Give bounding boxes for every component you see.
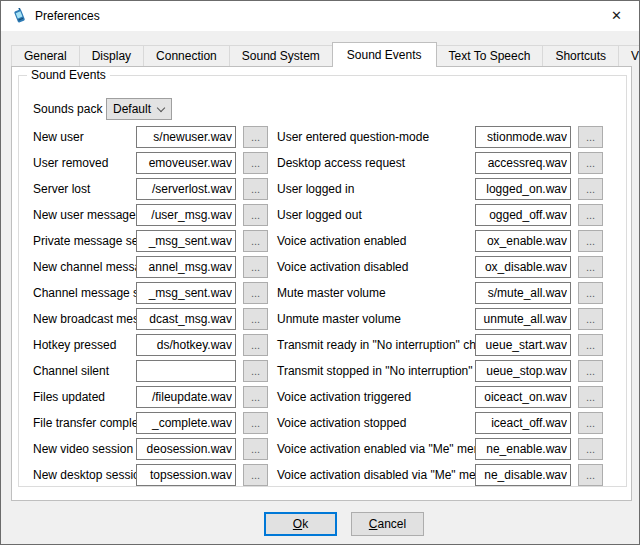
browse-button[interactable]: ... xyxy=(578,386,603,408)
browse-button[interactable]: ... xyxy=(243,204,268,226)
browse-button[interactable]: ... xyxy=(578,438,603,460)
cancel-button[interactable]: Cancel xyxy=(351,512,424,536)
sound-file-input[interactable] xyxy=(136,230,236,252)
tab-text-to-speech[interactable]: Text To Speech xyxy=(436,45,544,66)
sound-event-rows: New user...User entered question-mode...… xyxy=(33,124,603,488)
tab-shortcuts[interactable]: Shortcuts xyxy=(542,45,619,66)
sound-events-groupbox: Sound Events Sounds pack Default New use… xyxy=(18,75,627,487)
browse-button[interactable]: ... xyxy=(578,282,603,304)
sound-file-input[interactable] xyxy=(136,256,236,278)
sounds-pack-row: Sounds pack Default xyxy=(33,98,603,120)
sound-file-input[interactable] xyxy=(136,308,236,330)
browse-button[interactable]: ... xyxy=(243,412,268,434)
event-label: Voice activation stopped xyxy=(268,416,475,430)
browse-button[interactable]: ... xyxy=(243,282,268,304)
browse-button[interactable]: ... xyxy=(243,256,268,278)
event-label: Hotkey pressed xyxy=(33,338,136,352)
event-label: User logged in xyxy=(268,182,475,196)
sound-file-input[interactable] xyxy=(475,152,571,174)
event-label: File transfer complete xyxy=(33,416,136,430)
browse-button[interactable]: ... xyxy=(578,204,603,226)
event-label: New video session xyxy=(33,442,136,456)
event-label: New desktop session xyxy=(33,468,136,482)
sound-file-input[interactable] xyxy=(475,464,571,486)
event-label: New user message xyxy=(33,208,136,222)
sound-file-input[interactable] xyxy=(475,178,571,200)
sound-file-input[interactable] xyxy=(475,412,571,434)
sound-event-row: User removed...Desktop access request... xyxy=(33,150,603,176)
tab-sound-events[interactable]: Sound Events xyxy=(332,42,437,67)
sound-file-input[interactable] xyxy=(136,464,236,486)
event-label: Voice activation disabled xyxy=(268,260,475,274)
sound-event-row: New user...User entered question-mode... xyxy=(33,124,603,150)
browse-button[interactable]: ... xyxy=(578,360,603,382)
sound-file-input[interactable] xyxy=(475,230,571,252)
sound-event-row: New broadcast message...Unmute master vo… xyxy=(33,306,603,332)
browse-button[interactable]: ... xyxy=(243,360,268,382)
sound-file-input[interactable] xyxy=(475,282,571,304)
browse-button[interactable]: ... xyxy=(243,308,268,330)
sound-event-row: Files updated...Voice activation trigger… xyxy=(33,384,603,410)
sound-file-input[interactable] xyxy=(136,386,236,408)
event-label: Server lost xyxy=(33,182,136,196)
sound-file-input[interactable] xyxy=(475,360,571,382)
browse-button[interactable]: ... xyxy=(578,230,603,252)
browse-button[interactable]: ... xyxy=(578,178,603,200)
event-label: Unmute master volume xyxy=(268,312,475,326)
sounds-pack-select[interactable]: Default xyxy=(106,98,172,120)
event-label: Transmit ready in "No interruption" chan… xyxy=(268,338,475,352)
browse-button[interactable]: ... xyxy=(243,152,268,174)
sound-file-input[interactable] xyxy=(136,178,236,200)
ok-button[interactable]: Ok xyxy=(264,512,337,536)
browse-button[interactable]: ... xyxy=(243,334,268,356)
sound-file-input[interactable] xyxy=(136,438,236,460)
event-label: Transmit stopped in "No interruption" ch… xyxy=(268,364,475,378)
sound-file-input[interactable] xyxy=(136,204,236,226)
sound-event-row: New desktop session...Voice activation d… xyxy=(33,462,603,488)
sounds-pack-value: Default xyxy=(113,102,151,116)
sound-file-input[interactable] xyxy=(475,308,571,330)
tab-sound-system[interactable]: Sound System xyxy=(229,45,333,66)
sound-file-input[interactable] xyxy=(475,204,571,226)
sound-file-input[interactable] xyxy=(475,256,571,278)
sound-file-input[interactable] xyxy=(475,126,571,148)
sound-file-input[interactable] xyxy=(136,152,236,174)
event-label: New broadcast message xyxy=(33,312,136,326)
browse-button[interactable]: ... xyxy=(243,178,268,200)
sound-file-input[interactable] xyxy=(136,360,236,382)
browse-button[interactable]: ... xyxy=(243,438,268,460)
sound-file-input[interactable] xyxy=(136,126,236,148)
event-label: User logged out xyxy=(268,208,475,222)
browse-button[interactable]: ... xyxy=(243,464,268,486)
tab-display[interactable]: Display xyxy=(79,45,144,66)
sound-event-row: Channel message sent...Mute master volum… xyxy=(33,280,603,306)
sound-file-input[interactable] xyxy=(136,412,236,434)
sound-file-input[interactable] xyxy=(136,334,236,356)
sound-file-input[interactable] xyxy=(475,438,571,460)
browse-button[interactable]: ... xyxy=(578,334,603,356)
tab-general[interactable]: General xyxy=(11,45,80,66)
event-label: Voice activation enabled xyxy=(268,234,475,248)
tab-bar: GeneralDisplayConnectionSound SystemSoun… xyxy=(11,42,639,66)
browse-button[interactable]: ... xyxy=(578,412,603,434)
event-label: Files updated xyxy=(33,390,136,404)
browse-button[interactable]: ... xyxy=(578,464,603,486)
close-button[interactable]: ✕ xyxy=(594,1,639,30)
browse-button[interactable]: ... xyxy=(578,126,603,148)
browse-button[interactable]: ... xyxy=(578,308,603,330)
browse-button[interactable]: ... xyxy=(578,152,603,174)
browse-button[interactable]: ... xyxy=(578,256,603,278)
sound-file-input[interactable] xyxy=(136,282,236,304)
window-title: Preferences xyxy=(35,9,100,23)
event-label: Desktop access request xyxy=(268,156,475,170)
chevron-down-icon xyxy=(157,104,165,112)
tab-connection[interactable]: Connection xyxy=(143,45,230,66)
sound-file-input[interactable] xyxy=(475,386,571,408)
sound-event-row: New video session...Voice activation ena… xyxy=(33,436,603,462)
tab-video[interactable]: Video xyxy=(618,45,640,66)
sound-file-input[interactable] xyxy=(475,334,571,356)
sound-event-row: New user message...User logged out... xyxy=(33,202,603,228)
browse-button[interactable]: ... xyxy=(243,230,268,252)
browse-button[interactable]: ... xyxy=(243,386,268,408)
browse-button[interactable]: ... xyxy=(243,126,268,148)
